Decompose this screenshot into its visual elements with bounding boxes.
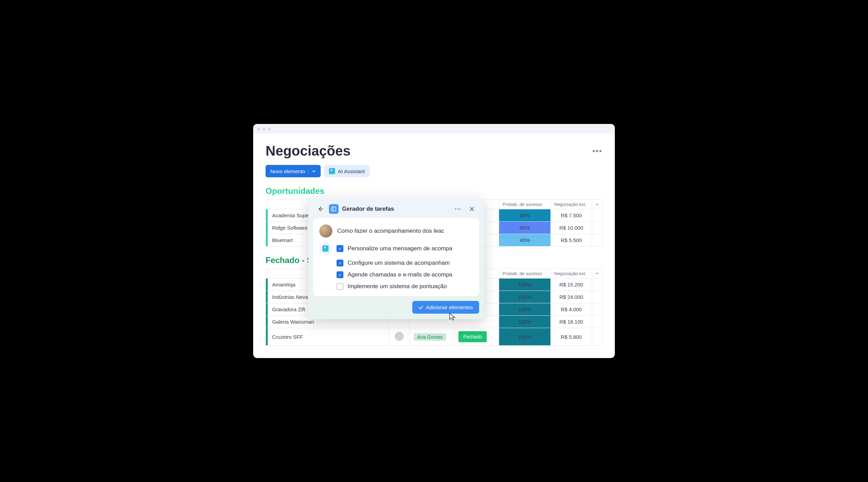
task-generator-modal: Gerador de tarefas ••• Como fazer o acom…: [308, 198, 484, 319]
add-elements-button[interactable]: Adicionar elementos: [412, 301, 479, 314]
chevron-down-icon[interactable]: [308, 168, 316, 174]
user-avatar: [319, 224, 332, 238]
task-label: Personalize uma mensagem de acompa: [348, 245, 452, 252]
task-item: Implemente um sistema de pontuação: [337, 283, 473, 290]
probability-cell[interactable]: 100%: [499, 328, 551, 346]
probability-cell[interactable]: 100%: [499, 303, 551, 316]
col-header-probability[interactable]: Probab. de sucesso: [499, 269, 551, 279]
owner-tag[interactable]: Ana Gomes: [414, 333, 446, 341]
task-checkbox[interactable]: ✓: [337, 271, 343, 278]
table-row[interactable]: Cruzeiro SFF Ana Gomes Fechado 100% R$ 5…: [266, 328, 602, 346]
app-window: Negociações ••• Novo elemento AI Assista…: [253, 124, 615, 358]
negotiation-cell[interactable]: R$ 7.500: [551, 209, 592, 222]
back-button[interactable]: [315, 204, 326, 214]
probability-cell[interactable]: 100%: [499, 316, 551, 328]
section-title-oportunidades[interactable]: Oportunidades: [266, 186, 602, 196]
negotiation-cell[interactable]: R$ 10.000: [551, 222, 592, 234]
negotiation-cell[interactable]: R$ 5.800: [551, 328, 592, 346]
negotiation-cell[interactable]: R$ 5.500: [551, 234, 592, 247]
ai-assistant-label: AI Assistant: [338, 168, 365, 174]
traffic-light-dot: [262, 127, 266, 130]
close-icon: [469, 207, 474, 211]
svg-rect-0: [332, 207, 336, 211]
panel-icon: [329, 204, 339, 214]
ai-badge-icon: [319, 242, 332, 255]
check-icon: [418, 305, 423, 310]
traffic-light-dot: [268, 127, 271, 130]
task-item: ✓ Configure um sistema de acompanham: [337, 260, 473, 266]
task-item: ✓ Agende chamadas e e-mails de acompa: [337, 271, 473, 278]
col-header-probability[interactable]: Probab. de sucesso: [499, 200, 551, 209]
traffic-light-dot: [257, 127, 260, 130]
task-checkbox[interactable]: [337, 283, 343, 290]
task-label: Agende chamadas e e-mails de acompa: [348, 271, 452, 278]
toolbar: Novo elemento AI Assistant: [266, 165, 602, 177]
probability-cell[interactable]: 100%: [499, 291, 551, 303]
probability-cell[interactable]: 80%: [499, 209, 551, 222]
ai-assistant-button[interactable]: AI Assistant: [324, 165, 370, 177]
deal-name[interactable]: Cruzeiro SFF: [268, 328, 389, 346]
page-title: Negociações: [266, 143, 351, 159]
new-element-button[interactable]: Novo elemento: [266, 165, 321, 177]
task-checkbox[interactable]: ✓: [337, 245, 343, 252]
modal-body: Como fazer o acompanhamento dos leac ✓ P…: [313, 218, 479, 296]
modal-title: Gerador de tarefas: [342, 206, 450, 212]
task-label: Implemente um sistema de pontuação: [348, 283, 447, 290]
status-badge[interactable]: Fechado: [458, 331, 487, 342]
probability-cell[interactable]: 40%: [499, 234, 551, 247]
cursor-icon: [448, 312, 457, 321]
negotiation-cell[interactable]: R$ 15.200: [551, 279, 592, 291]
negotiation-cell[interactable]: R$ 4.000: [551, 303, 592, 316]
col-header-negotiation[interactable]: Negociação est.: [551, 200, 592, 209]
add-elements-label: Adicionar elementos: [426, 304, 473, 310]
task-checkbox[interactable]: ✓: [337, 260, 343, 266]
arrow-left-icon: [317, 206, 323, 212]
col-header-negotiation[interactable]: Negociação est.: [551, 269, 592, 279]
close-button[interactable]: [467, 204, 477, 214]
new-element-label: Novo elemento: [270, 168, 305, 174]
window-titlebar: [253, 124, 615, 134]
modal-more-button[interactable]: •••: [453, 204, 463, 214]
probability-cell[interactable]: 100%: [499, 279, 551, 291]
task-label: Configure um sistema de acompanham: [348, 260, 450, 266]
user-prompt: Como fazer o acompanhamento dos leac: [337, 228, 444, 234]
negotiation-cell[interactable]: R$ 18.100: [551, 316, 592, 328]
add-column-button[interactable]: +: [592, 200, 602, 209]
more-options-icon[interactable]: •••: [592, 147, 602, 156]
owner-avatar[interactable]: [395, 332, 404, 341]
add-column-button[interactable]: +: [592, 269, 602, 279]
probability-cell[interactable]: 60%: [499, 222, 551, 234]
dots-icon: •••: [455, 207, 462, 212]
ai-sparkle-icon: [329, 168, 335, 174]
negotiation-cell[interactable]: R$ 24.000: [551, 291, 592, 303]
